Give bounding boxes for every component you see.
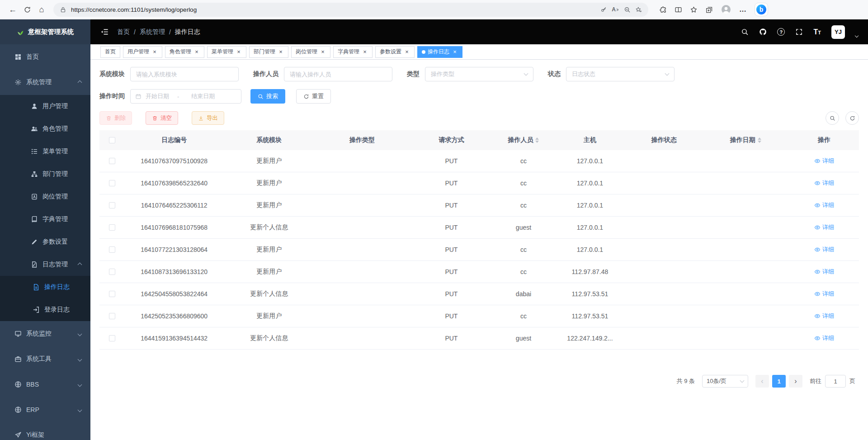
tab-home[interactable]: 首页 bbox=[100, 46, 120, 58]
tab-post-mgmt[interactable]: 岗位管理× bbox=[291, 46, 330, 58]
tab-menu-mgmt[interactable]: 菜单管理× bbox=[207, 46, 246, 58]
browser-menu-icon[interactable]: … bbox=[739, 5, 747, 14]
password-key-icon[interactable] bbox=[600, 6, 607, 13]
sort-icon[interactable] bbox=[758, 137, 761, 143]
tab-operation-log[interactable]: 操作日志× bbox=[417, 46, 462, 58]
sidebar-item-yi-framework[interactable]: Yi框架 bbox=[0, 422, 90, 440]
row-checkbox[interactable] bbox=[109, 313, 115, 319]
tab-user-mgmt[interactable]: 用户管理× bbox=[123, 46, 162, 58]
fullscreen-icon[interactable] bbox=[795, 28, 803, 36]
goto-page-input[interactable] bbox=[825, 375, 846, 388]
date-range-picker[interactable]: 开始日期 - 结束日期 bbox=[130, 89, 241, 104]
tab-dict-mgmt[interactable]: 字典管理× bbox=[333, 46, 373, 58]
close-icon[interactable]: × bbox=[362, 49, 368, 55]
detail-link[interactable]: 详细 bbox=[814, 290, 834, 298]
sidebar-item-menu-mgmt[interactable]: 菜单管理 bbox=[0, 140, 90, 163]
text-size-icon[interactable]: T T bbox=[813, 28, 821, 36]
row-checkbox[interactable] bbox=[109, 180, 115, 186]
sidebar-item-dept-mgmt[interactable]: 部门管理 bbox=[0, 163, 90, 185]
toggle-search-button[interactable] bbox=[826, 111, 839, 125]
github-icon[interactable] bbox=[759, 28, 767, 36]
sidebar-item-log-mgmt[interactable]: 日志管理 bbox=[0, 253, 90, 276]
copilot-button[interactable]: b bbox=[755, 3, 768, 16]
search-icon[interactable] bbox=[741, 28, 749, 36]
page-size-select[interactable]: 10条/页 bbox=[702, 375, 748, 388]
detail-link[interactable]: 详细 bbox=[814, 334, 834, 342]
collections-icon[interactable] bbox=[705, 6, 713, 14]
detail-link[interactable]: 详细 bbox=[814, 223, 834, 232]
sidebar-item-operation-log[interactable]: 操作日志 bbox=[0, 276, 90, 298]
detail-link[interactable]: 详细 bbox=[814, 246, 834, 254]
tab-param-settings[interactable]: 参数设置× bbox=[375, 46, 415, 58]
close-icon[interactable]: × bbox=[452, 49, 458, 55]
detail-link[interactable]: 详细 bbox=[814, 268, 834, 276]
sidebar-item-bbs[interactable]: BBS bbox=[0, 372, 90, 397]
help-icon[interactable]: ? bbox=[777, 28, 785, 36]
operator-input[interactable] bbox=[284, 67, 392, 81]
close-icon[interactable]: × bbox=[236, 49, 242, 55]
breadcrumb-section[interactable]: 系统管理 bbox=[140, 28, 165, 36]
detail-link[interactable]: 详细 bbox=[814, 312, 834, 320]
row-checkbox[interactable] bbox=[109, 291, 115, 297]
col-date[interactable]: 操作日期 bbox=[702, 136, 789, 144]
type-select[interactable]: 操作类型 bbox=[425, 67, 533, 81]
app-logo[interactable]: 意框架管理系统 bbox=[0, 19, 90, 44]
extensions-puzzle-icon[interactable] bbox=[659, 6, 667, 14]
browser-home-button[interactable]: ⌂ bbox=[34, 2, 49, 17]
refresh-table-button[interactable] bbox=[845, 111, 859, 125]
row-checkbox[interactable] bbox=[109, 246, 115, 253]
chevron-down-icon[interactable] bbox=[855, 33, 859, 37]
row-checkbox[interactable] bbox=[109, 269, 115, 275]
detail-link[interactable]: 详细 bbox=[814, 201, 834, 209]
browser-refresh-button[interactable] bbox=[20, 2, 34, 17]
row-checkbox[interactable] bbox=[109, 224, 115, 231]
zoom-out-icon[interactable] bbox=[624, 6, 631, 13]
row-checkbox[interactable] bbox=[109, 158, 115, 164]
sidebar-item-home[interactable]: 首页 bbox=[0, 44, 90, 70]
sidebar-item-param-settings[interactable]: 参数设置 bbox=[0, 231, 90, 253]
split-screen-icon[interactable] bbox=[675, 6, 682, 14]
sidebar-item-post-mgmt[interactable]: 岗位管理 bbox=[0, 185, 90, 208]
sidebar-item-dict-mgmt[interactable]: 字典管理 bbox=[0, 208, 90, 231]
profile-avatar[interactable] bbox=[721, 4, 731, 15]
page-number-1[interactable]: 1 bbox=[772, 375, 786, 388]
close-icon[interactable]: × bbox=[193, 49, 200, 55]
favorites-star-icon[interactable] bbox=[690, 6, 698, 14]
export-button[interactable]: 导出 bbox=[192, 111, 224, 125]
sidebar-item-login-log[interactable]: 登录日志 bbox=[0, 298, 90, 321]
sidebar-item-erp[interactable]: ERP bbox=[0, 397, 90, 422]
row-checkbox[interactable] bbox=[109, 202, 115, 208]
status-select[interactable]: 日志状态 bbox=[566, 67, 675, 81]
select-all-checkbox[interactable] bbox=[109, 137, 115, 143]
add-favorite-star-icon[interactable] bbox=[635, 6, 642, 13]
row-checkbox[interactable] bbox=[109, 335, 115, 341]
url-text[interactable]: https://ccnetcore.com:1101/system/log/op… bbox=[71, 6, 596, 13]
close-icon[interactable]: × bbox=[278, 49, 284, 55]
browser-back-button[interactable]: ← bbox=[5, 2, 20, 17]
tab-role-mgmt[interactable]: 角色管理× bbox=[165, 46, 204, 58]
module-input[interactable] bbox=[130, 67, 239, 81]
clear-button[interactable]: 清空 bbox=[146, 111, 178, 125]
col-operator[interactable]: 操作人员 bbox=[493, 136, 554, 144]
sort-icon[interactable] bbox=[535, 137, 539, 143]
search-button[interactable]: 搜索 bbox=[250, 89, 285, 104]
breadcrumb-home[interactable]: 首页 bbox=[117, 28, 130, 36]
next-page-button[interactable]: › bbox=[789, 375, 802, 388]
address-bar[interactable]: https://ccnetcore.com:1101/system/log/op… bbox=[53, 3, 648, 17]
sidebar-item-role-mgmt[interactable]: 角色管理 bbox=[0, 118, 90, 140]
sidebar-item-user-mgmt[interactable]: 用户管理 bbox=[0, 95, 90, 118]
prev-page-button[interactable]: ‹ bbox=[755, 375, 769, 388]
detail-link[interactable]: 详细 bbox=[814, 179, 834, 187]
delete-button[interactable]: 删除 bbox=[99, 111, 132, 125]
sidebar-item-system-tools[interactable]: 系统工具 bbox=[0, 346, 90, 372]
close-icon[interactable]: × bbox=[404, 49, 410, 55]
user-avatar-logo[interactable]: YJ bbox=[831, 25, 845, 39]
tab-dept-mgmt[interactable]: 部门管理× bbox=[249, 46, 288, 58]
sidebar-item-system-monitor[interactable]: 系统监控 bbox=[0, 321, 90, 346]
close-icon[interactable]: × bbox=[320, 49, 326, 55]
sidebar-fold-icon[interactable] bbox=[100, 28, 109, 36]
read-aloud-icon[interactable]: A bbox=[612, 6, 619, 13]
close-icon[interactable]: × bbox=[151, 49, 158, 55]
sidebar-item-system-mgmt[interactable]: 系统管理 bbox=[0, 70, 90, 95]
detail-link[interactable]: 详细 bbox=[814, 157, 834, 165]
